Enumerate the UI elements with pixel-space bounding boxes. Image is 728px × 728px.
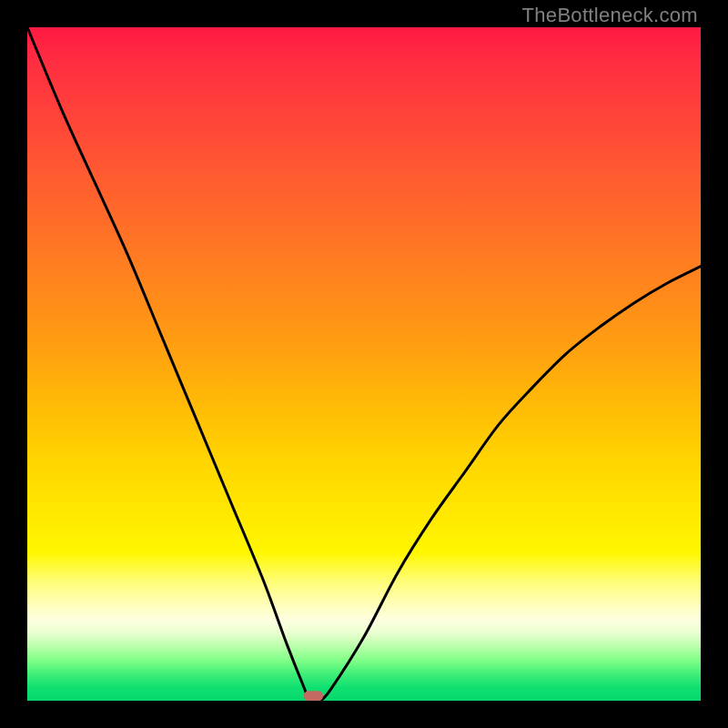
minimum-marker [304, 691, 323, 701]
watermark-text: TheBottleneck.com [522, 4, 698, 27]
plot-area [27, 27, 701, 701]
chart-svg [27, 27, 701, 701]
curve-right-segment [320, 267, 701, 701]
chart-frame: TheBottleneck.com [0, 0, 728, 728]
curve-left-segment [27, 27, 320, 701]
